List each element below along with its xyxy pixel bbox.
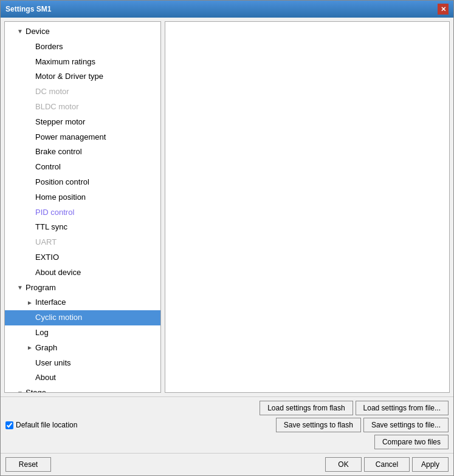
tree-group-device[interactable]: Device [5, 24, 160, 39]
tree-item-about-device[interactable]: About device [5, 265, 160, 280]
bottom-bar: Load settings from flash Load settings f… [1, 396, 453, 453]
tree-item-about[interactable]: About [5, 370, 160, 386]
stage-group-label: Stage [26, 387, 46, 393]
tree-item-ttl-sync[interactable]: TTL sync [5, 220, 160, 235]
tree-item-motor-driver-type[interactable]: Motor & Driver type [5, 69, 160, 84]
tree-item-power-management[interactable]: Power management [5, 130, 160, 145]
tree-item-brake-control[interactable]: Brake control [5, 144, 160, 160]
ok-button[interactable]: OK [325, 457, 362, 472]
load-settings-from-flash-button[interactable]: Load settings from flash [260, 401, 353, 415]
settings-window: Settings SM1 ✕ Device Borders Maximum ra… [0, 0, 454, 476]
tree-item-pid-control[interactable]: PID control [5, 205, 160, 220]
default-file-location-checkbox[interactable] [5, 421, 13, 429]
device-arrow [17, 27, 26, 36]
tree-item-home-position[interactable]: Home position [5, 190, 160, 205]
program-arrow [17, 283, 26, 293]
program-group-label: Program [26, 282, 56, 294]
compare-row: Compare two files [5, 435, 449, 449]
window-title: Settings SM1 [5, 5, 51, 13]
tree-item-log[interactable]: Log [5, 325, 160, 341]
tree-group-program[interactable]: Program [5, 280, 160, 296]
right-panel [165, 21, 450, 393]
tree-panel: Device Borders Maximum ratings Motor & D… [4, 21, 161, 393]
tree-item-user-units[interactable]: User units [5, 356, 160, 371]
tree-group-stage[interactable]: Stage [5, 386, 160, 393]
save-settings-to-file-button[interactable]: Save settings to file... [363, 418, 449, 432]
tree-item-control[interactable]: Control [5, 160, 160, 175]
tree-item-stepper-motor[interactable]: Stepper motor [5, 115, 160, 130]
load-settings-from-file-button[interactable]: Load settings from file... [356, 401, 449, 415]
tree-item-graph[interactable]: Graph [5, 341, 160, 356]
tree-item-cyclic-motion[interactable]: Cyclic motion [5, 310, 160, 325]
tree-item-uart[interactable]: UART [5, 235, 160, 250]
close-button[interactable]: ✕ [438, 4, 449, 15]
content-area: Device Borders Maximum ratings Motor & D… [1, 18, 453, 396]
title-bar: Settings SM1 ✕ [1, 1, 453, 18]
apply-button[interactable]: Apply [412, 457, 449, 472]
tree-item-position-control[interactable]: Position control [5, 175, 160, 190]
tree-item-maximum-ratings[interactable]: Maximum ratings [5, 55, 160, 70]
save-buttons-row: Default file location Save settings to f… [5, 418, 449, 432]
tree-item-borders[interactable]: Borders [5, 39, 160, 55]
tree-item-bldc-motor[interactable]: BLDC motor [5, 100, 160, 115]
default-file-location-label[interactable]: Default file location [5, 421, 273, 429]
default-file-location-text: Default file location [16, 421, 77, 429]
footer-right-buttons: OK Cancel Apply [325, 457, 449, 472]
right-content-area [165, 22, 449, 392]
flash-buttons-row: Load settings from flash Load settings f… [5, 401, 449, 415]
stage-arrow [17, 389, 26, 393]
cancel-button[interactable]: Cancel [364, 457, 410, 472]
save-settings-to-flash-button[interactable]: Save settings to flash [276, 418, 361, 432]
tree-item-interface[interactable]: Interface [5, 295, 160, 310]
device-group-label: Device [26, 25, 50, 38]
compare-two-files-button[interactable]: Compare two files [374, 435, 449, 449]
tree-item-extio[interactable]: EXTIO [5, 250, 160, 265]
tree-item-dc-motor[interactable]: DC motor [5, 84, 160, 100]
footer-bar: Reset OK Cancel Apply [1, 453, 453, 475]
reset-button[interactable]: Reset [5, 457, 51, 472]
